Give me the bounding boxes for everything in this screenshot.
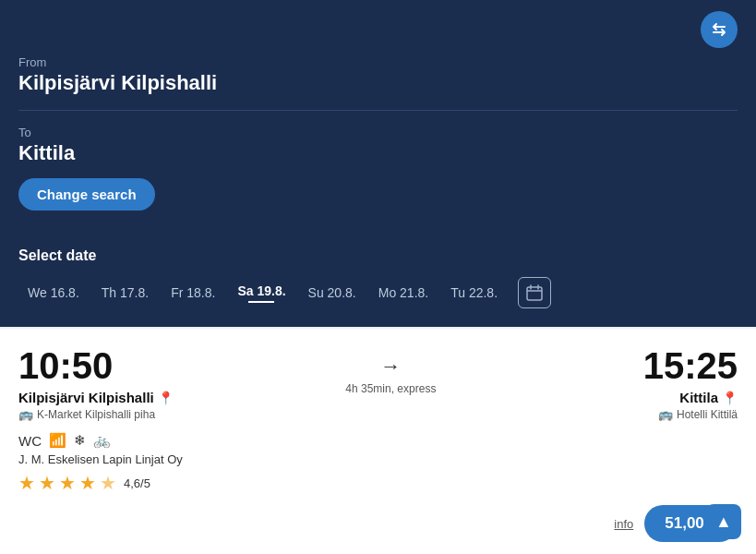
arrival-pin-icon: 📍 [722, 391, 738, 405]
from-city: Kilpisjärvi Kilpishalli [18, 71, 738, 95]
date-section: Select date We 16.8.Th 17.8.Fr 18.8.Sa 1… [0, 233, 756, 327]
star-icon: ★ [59, 472, 76, 494]
to-city: Kittila [18, 141, 738, 165]
star-icon: ★ [18, 472, 35, 494]
swap-button[interactable] [701, 11, 738, 48]
from-label: From [18, 55, 738, 69]
date-item[interactable]: Fr 18.8. [162, 282, 224, 304]
arrival-city: Kittila 📍 [608, 390, 738, 405]
date-row: We 16.8.Th 17.8.Fr 18.8.Sa 19.8.Su 20.8.… [18, 277, 738, 308]
trip-middle: → 4h 35min, express [174, 347, 608, 395]
departure-time: 10:50 [18, 347, 174, 384]
change-search-button[interactable]: Change search [18, 178, 155, 211]
departure-city: Kilpisjärvi Kilpishalli 📍 [18, 390, 174, 405]
results-section: 10:50 Kilpisjärvi Kilpishalli 📍 🚌 K-Mark… [0, 329, 756, 554]
trip-row: 10:50 Kilpisjärvi Kilpishalli 📍 🚌 K-Mark… [18, 347, 738, 421]
date-item[interactable]: Sa 19.8. [228, 280, 294, 307]
rating-text: 4,6/5 [124, 476, 150, 490]
operator-row: J. M. Eskelisen Lapin Linjat Oy [18, 452, 738, 466]
arrow-icon: → [380, 355, 401, 379]
calendar-button[interactable] [518, 277, 551, 308]
date-item[interactable]: Tu 22.8. [441, 282, 507, 304]
arrival-stop: 🚌 Hotelli Kittilä [608, 407, 738, 421]
amenities-row: WC 📶 ❄ 🚲 [18, 432, 738, 449]
scroll-up-button[interactable]: ▲ [706, 504, 741, 539]
departure-stop: 🚌 K-Market Kilpishalli piha [18, 407, 174, 421]
stars-row: ★★★★★4,6/5 [18, 472, 738, 494]
amenity-bike: 🚲 [93, 432, 111, 449]
amenity-wifi: 📶 [49, 432, 66, 449]
to-label: To [18, 126, 738, 139]
info-link[interactable]: info [614, 517, 633, 531]
arrival-time: 15:25 [608, 347, 738, 384]
header-section: From Kilpisjärvi Kilpishalli To Kittila … [0, 0, 756, 233]
arrival-bus-icon: 🚌 [658, 407, 673, 421]
bus-icon: 🚌 [18, 407, 33, 421]
star-icon: ★ [79, 472, 96, 494]
trip-left: 10:50 Kilpisjärvi Kilpishalli 📍 🚌 K-Mark… [18, 347, 174, 421]
date-item[interactable]: Th 17.8. [92, 282, 158, 304]
date-item[interactable]: We 16.8. [18, 282, 89, 304]
amenity-ac: ❄ [74, 432, 86, 449]
trip-right: 15:25 Kittila 📍 🚌 Hotelli Kittilä [608, 347, 738, 421]
select-date-label: Select date [18, 247, 738, 264]
date-item[interactable]: Mo 21.8. [369, 282, 438, 304]
star-half-icon: ★ [100, 472, 116, 494]
departure-pin-icon: 📍 [158, 391, 174, 405]
header-divider [18, 110, 738, 111]
svg-rect-0 [527, 287, 542, 300]
amenity-wc: WC [18, 433, 42, 449]
date-item[interactable]: Su 20.8. [299, 282, 366, 304]
star-icon: ★ [39, 472, 55, 494]
duration-text: 4h 35min, express [345, 382, 436, 395]
price-info-row: info 51,00 € [18, 505, 738, 542]
